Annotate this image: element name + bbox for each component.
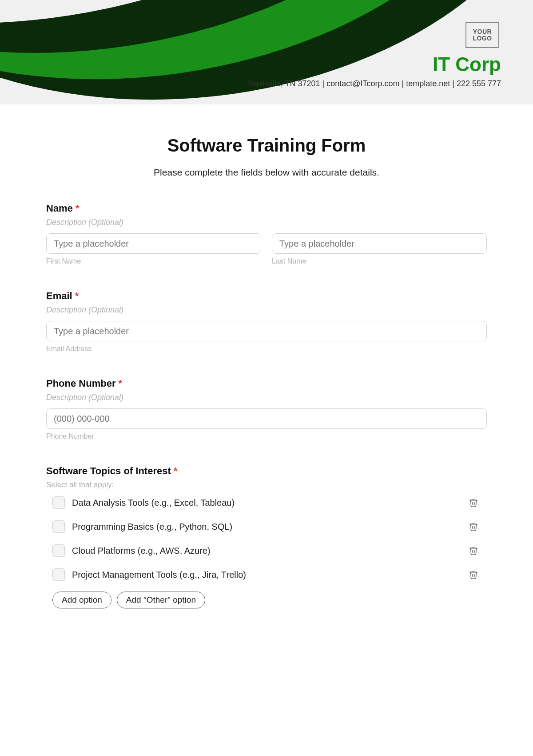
required-mark: * xyxy=(174,465,178,476)
contact-line: Nashville, TN 37201 | contact@ITcorp.com… xyxy=(248,79,501,88)
topic-option-row: Project Management Tools (e.g., Jira, Tr… xyxy=(46,568,487,582)
phone-label-text: Phone Number xyxy=(46,378,115,389)
form-container: Software Training Form Please complete t… xyxy=(0,104,533,651)
phone-input[interactable] xyxy=(46,408,487,429)
company-name: IT Corp xyxy=(433,53,501,76)
last-name-input[interactable] xyxy=(272,233,487,254)
first-name-sublabel: First Name xyxy=(46,257,261,265)
topic-option-label[interactable]: Programming Basics (e.g., Python, SQL) xyxy=(72,522,459,532)
topic-option-label[interactable]: Project Management Tools (e.g., Jira, Tr… xyxy=(72,570,459,580)
phone-sublabel: Phone Number xyxy=(46,432,487,440)
checkbox[interactable] xyxy=(52,568,65,581)
email-label: Email * xyxy=(46,290,487,302)
email-label-text: Email xyxy=(46,290,72,301)
topics-description: Select all that apply: xyxy=(46,480,487,489)
name-label: Name * xyxy=(46,203,487,214)
topics-label-text: Software Topics of Interest xyxy=(46,465,171,476)
checkbox[interactable] xyxy=(52,520,65,533)
required-mark: * xyxy=(75,290,79,301)
field-email: Email * Description (Optional) Email Add… xyxy=(46,290,487,353)
email-input[interactable] xyxy=(46,321,487,341)
trash-icon[interactable] xyxy=(466,496,481,510)
form-intro: Please complete the fields below with ac… xyxy=(46,167,487,178)
checkbox[interactable] xyxy=(52,496,65,509)
phone-description[interactable]: Description (Optional) xyxy=(46,393,487,402)
logo-placeholder: YOUR LOGO xyxy=(465,22,499,48)
header-banner: YOUR LOGO IT Corp Nashville, TN 37201 | … xyxy=(0,0,533,104)
email-description[interactable]: Description (Optional) xyxy=(46,305,487,315)
last-name-sublabel: Last Name xyxy=(272,257,487,265)
topic-option-label[interactable]: Data Analysis Tools (e.g., Excel, Tablea… xyxy=(72,498,459,508)
first-name-input[interactable] xyxy=(46,233,261,254)
required-mark: * xyxy=(119,378,123,389)
field-phone: Phone Number * Description (Optional) Ph… xyxy=(46,378,487,440)
email-sublabel: Email Address xyxy=(46,345,487,353)
add-option-button[interactable]: Add option xyxy=(52,592,111,608)
trash-icon[interactable] xyxy=(466,520,481,534)
name-label-text: Name xyxy=(46,203,73,214)
field-topics: Software Topics of Interest * Select all… xyxy=(46,465,487,608)
checkbox[interactable] xyxy=(52,544,65,557)
topics-label: Software Topics of Interest * xyxy=(46,465,487,477)
form-title: Software Training Form xyxy=(46,136,487,156)
name-description[interactable]: Description (Optional) xyxy=(46,218,487,227)
topic-option-label[interactable]: Cloud Platforms (e.g., AWS, Azure) xyxy=(72,546,459,556)
add-other-option-button[interactable]: Add "Other" option xyxy=(117,592,205,608)
required-mark: * xyxy=(76,203,80,214)
trash-icon[interactable] xyxy=(466,544,481,558)
topic-option-row: Cloud Platforms (e.g., AWS, Azure) xyxy=(46,544,487,558)
phone-label: Phone Number * xyxy=(46,378,487,389)
trash-icon[interactable] xyxy=(466,568,481,582)
field-name: Name * Description (Optional) First Name… xyxy=(46,203,487,265)
topic-option-row: Data Analysis Tools (e.g., Excel, Tablea… xyxy=(46,496,487,510)
topic-option-row: Programming Basics (e.g., Python, SQL) xyxy=(46,520,487,534)
